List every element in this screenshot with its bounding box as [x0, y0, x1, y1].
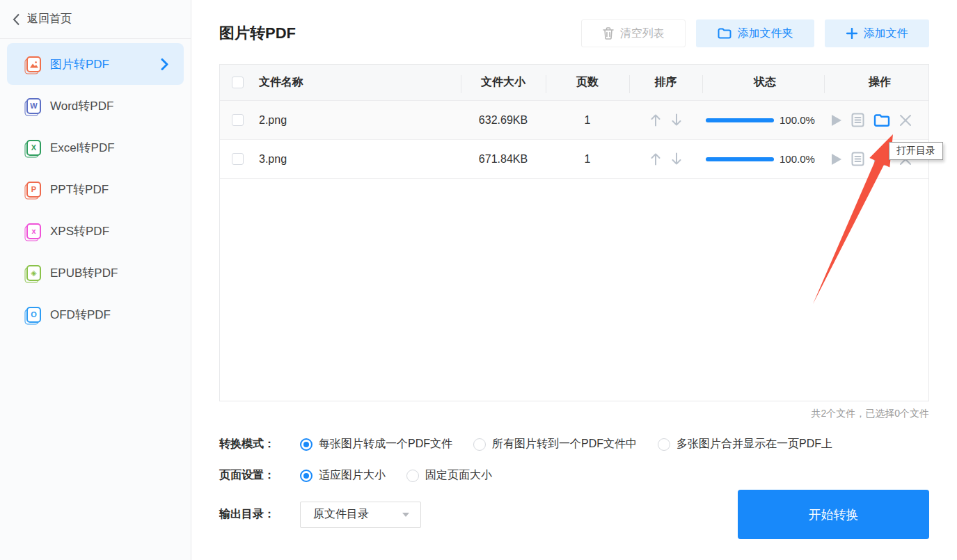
column-header-size: 文件大小	[461, 75, 546, 90]
sidebar-item-label: OFD转PDF	[50, 307, 111, 323]
sidebar: 返回首页 图片转PDF W Word转PDF X Excel转PDF P PPT…	[0, 0, 191, 560]
radio-one-pdf-per-image[interactable]: 每张图片转成一个PDF文件	[300, 437, 452, 451]
select-all-checkbox[interactable]	[232, 77, 244, 88]
sidebar-item-label: 图片转PDF	[50, 56, 109, 72]
table-row: 3.png 671.84KB 1 100.0%	[220, 140, 928, 179]
start-convert-button[interactable]: 开始转换	[738, 490, 929, 539]
radio-merge-images-one-page[interactable]: 多张图片合并显示在一页PDF上	[658, 437, 832, 451]
file-table: 文件名称 文件大小 页数 排序 状态 操作 2.png 632.69KB 1	[219, 64, 929, 401]
page-title: 图片转PDF	[219, 23, 296, 44]
table-row: 2.png 632.69KB 1 100.0%	[220, 101, 928, 140]
word-file-icon: W	[26, 98, 41, 114]
epub-file-icon: ◈	[26, 265, 41, 281]
column-header-sort: 排序	[629, 75, 702, 90]
folder-icon	[718, 28, 731, 39]
open-directory-icon[interactable]	[873, 113, 890, 127]
radio-label: 固定页面大小	[425, 468, 492, 483]
back-to-home-button[interactable]: 返回首页	[0, 0, 191, 39]
sidebar-item-label: EPUB转PDF	[50, 265, 118, 281]
radio-fixed-page-size[interactable]: 固定页面大小	[406, 468, 492, 483]
sidebar-item-word-to-pdf[interactable]: W Word转PDF	[0, 85, 191, 127]
radio-unselected-icon	[658, 438, 670, 451]
play-icon[interactable]	[831, 114, 842, 127]
radio-unselected-icon	[473, 438, 486, 451]
main-panel: 图片转PDF 清空列表 添加文件夹 添加文件 文件名称	[191, 0, 957, 560]
remove-icon[interactable]	[899, 114, 912, 127]
column-header-actions: 操作	[824, 75, 928, 90]
add-folder-label: 添加文件夹	[738, 26, 793, 41]
add-file-label: 添加文件	[864, 26, 908, 41]
radio-unselected-icon	[406, 470, 419, 482]
radio-all-images-one-pdf[interactable]: 所有图片转到一个PDF文件中	[473, 437, 637, 451]
move-up-icon[interactable]	[650, 152, 661, 166]
file-detail-icon[interactable]	[851, 113, 864, 127]
column-header-status: 状态	[702, 75, 824, 90]
add-file-button[interactable]: 添加文件	[825, 19, 929, 47]
output-dir-value: 原文件目录	[313, 507, 369, 522]
output-dir-row: 输出目录： 原文件目录 开始转换	[219, 490, 929, 539]
add-folder-button[interactable]: 添加文件夹	[696, 19, 814, 47]
convert-mode-label: 转换模式：	[219, 437, 300, 451]
move-down-icon[interactable]	[671, 152, 682, 166]
progress-label: 100.0%	[780, 114, 815, 126]
move-up-icon[interactable]	[650, 113, 661, 127]
sidebar-item-label: Excel转PDF	[50, 140, 115, 156]
file-pages: 1	[546, 114, 629, 127]
progress-label: 100.0%	[780, 153, 815, 165]
radio-fit-image-size[interactable]: 适应图片大小	[300, 468, 386, 483]
move-down-icon[interactable]	[671, 113, 682, 127]
xps-file-icon: x	[26, 223, 41, 239]
image-file-icon	[26, 56, 41, 72]
excel-file-icon: X	[26, 140, 41, 156]
topbar: 图片转PDF 清空列表 添加文件夹 添加文件	[219, 18, 929, 49]
sidebar-item-excel-to-pdf[interactable]: X Excel转PDF	[0, 127, 191, 168]
chevron-right-icon	[161, 58, 168, 70]
radio-selected-icon	[300, 438, 313, 451]
table-empty-area	[220, 179, 928, 401]
ofd-file-icon: O	[26, 307, 41, 323]
sidebar-item-ppt-to-pdf[interactable]: P PPT转PDF	[0, 168, 191, 210]
trash-icon	[603, 27, 614, 40]
file-count-summary: 共2个文件，已选择0个文件	[219, 408, 929, 420]
output-dir-label: 输出目录：	[219, 507, 300, 522]
sidebar-item-label: Word转PDF	[50, 98, 113, 114]
output-dir-select[interactable]: 原文件目录	[300, 502, 421, 528]
chevron-left-icon	[13, 13, 20, 26]
open-directory-icon[interactable]	[873, 152, 890, 166]
file-size: 671.84KB	[461, 153, 546, 166]
page-setting-row: 页面设置： 适应图片大小 固定页面大小	[219, 468, 929, 483]
sidebar-item-label: PPT转PDF	[50, 182, 109, 198]
radio-label: 所有图片转到一个PDF文件中	[492, 437, 637, 451]
sidebar-item-xps-to-pdf[interactable]: x XPS转PDF	[0, 210, 191, 252]
table-header-row: 文件名称 文件大小 页数 排序 状态 操作	[220, 65, 928, 101]
column-header-pages: 页数	[546, 75, 629, 90]
clear-list-label: 清空列表	[620, 26, 665, 41]
play-icon[interactable]	[831, 153, 842, 166]
open-directory-tooltip: 打开目录	[889, 142, 943, 160]
convert-mode-row: 转换模式： 每张图片转成一个PDF文件 所有图片转到一个PDF文件中 多张图片合…	[219, 437, 929, 451]
page-setting-label: 页面设置：	[219, 468, 300, 483]
radio-selected-icon	[300, 470, 313, 482]
sidebar-item-ofd-to-pdf[interactable]: O OFD转PDF	[0, 294, 191, 335]
sidebar-item-image-to-pdf[interactable]: 图片转PDF	[7, 43, 184, 85]
file-name: 2.png	[255, 114, 461, 127]
file-size: 632.69KB	[461, 114, 546, 127]
plus-icon	[846, 28, 857, 39]
clear-list-button[interactable]: 清空列表	[581, 19, 686, 47]
row-checkbox[interactable]	[232, 153, 244, 165]
row-checkbox[interactable]	[232, 114, 244, 126]
radio-label: 适应图片大小	[319, 468, 386, 483]
back-label: 返回首页	[27, 12, 72, 26]
progress-bar	[706, 157, 774, 161]
sidebar-menu: 图片转PDF W Word转PDF X Excel转PDF P PPT转PDF …	[0, 39, 191, 335]
app-window: 返回首页 图片转PDF W Word转PDF X Excel转PDF P PPT…	[0, 0, 957, 560]
radio-label: 多张图片合并显示在一页PDF上	[677, 437, 832, 451]
caret-down-icon	[402, 513, 409, 517]
column-header-name: 文件名称	[255, 75, 461, 90]
file-pages: 1	[546, 153, 629, 166]
radio-label: 每张图片转成一个PDF文件	[319, 437, 452, 451]
progress-bar	[706, 118, 774, 122]
sidebar-item-epub-to-pdf[interactable]: ◈ EPUB转PDF	[0, 252, 191, 294]
sidebar-item-label: XPS转PDF	[50, 223, 109, 239]
file-detail-icon[interactable]	[851, 152, 864, 166]
